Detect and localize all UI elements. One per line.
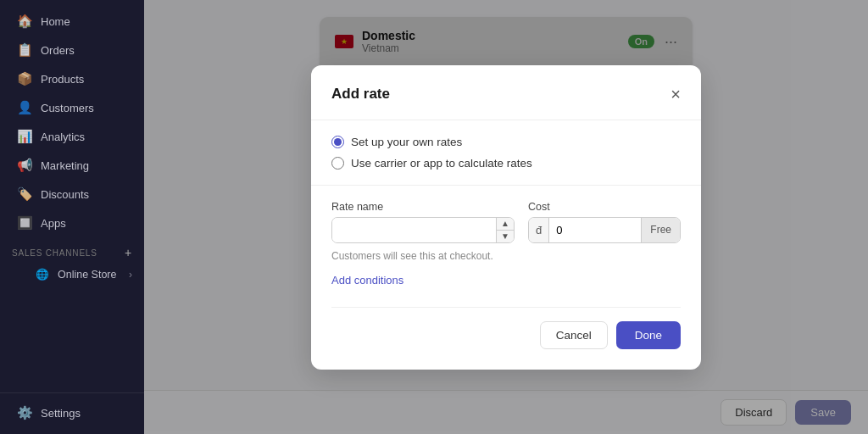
sidebar-item-settings[interactable]: ⚙️ Settings xyxy=(5,399,139,426)
radio-carrier-rates[interactable]: Use carrier or app to calculate rates xyxy=(331,157,681,170)
home-icon: 🏠 xyxy=(17,14,32,29)
radio-own-rates-input[interactable] xyxy=(331,136,344,148)
settings-icon: ⚙️ xyxy=(17,405,32,420)
form-row: Rate name ▲ ▼ Cost đ Free xyxy=(331,201,681,243)
sidebar-item-home[interactable]: 🏠 Home xyxy=(5,8,139,35)
modal-overlay: Add rate × Set up your own rates Use car… xyxy=(144,0,868,434)
modal-close-button[interactable]: × xyxy=(670,86,681,103)
cost-label: Cost xyxy=(528,201,681,213)
sidebar-item-label: Apps xyxy=(41,217,66,230)
radio-own-rates[interactable]: Set up your own rates xyxy=(331,136,681,148)
add-rate-modal: Add rate × Set up your own rates Use car… xyxy=(311,65,701,370)
spin-up-button[interactable]: ▲ xyxy=(497,218,514,231)
modal-header: Add rate × xyxy=(331,86,681,103)
sidebar: 🏠 Home 📋 Orders 📦 Products 👤 Customers 📊… xyxy=(0,0,144,434)
hint-text: Customers will see this at checkout. xyxy=(331,250,681,262)
sidebar-item-apps[interactable]: 🔲 Apps xyxy=(5,209,139,236)
cost-input[interactable] xyxy=(549,218,641,242)
sidebar-item-label: Orders xyxy=(41,44,75,57)
cost-prefix: đ xyxy=(529,218,549,242)
analytics-icon: 📊 xyxy=(17,129,32,144)
rate-name-input-wrap: ▲ ▼ xyxy=(331,217,515,243)
store-icon: 🌐 xyxy=(36,268,49,281)
orders-icon: 📋 xyxy=(17,42,32,58)
sidebar-item-customers[interactable]: 👤 Customers xyxy=(5,94,139,121)
cancel-button[interactable]: Cancel xyxy=(540,321,608,349)
cost-input-wrap: đ Free xyxy=(528,217,681,243)
cost-group: Cost đ Free xyxy=(528,201,681,243)
add-channel-icon[interactable]: + xyxy=(125,246,132,259)
rate-name-input[interactable] xyxy=(332,218,496,242)
rate-name-spinner: ▲ ▼ xyxy=(496,218,514,242)
sidebar-item-label: Customers xyxy=(41,102,94,114)
sidebar-item-orders[interactable]: 📋 Orders xyxy=(5,36,139,64)
modal-footer: Cancel Done xyxy=(331,307,681,349)
sidebar-item-products[interactable]: 📦 Products xyxy=(5,65,139,92)
sidebar-item-label: Products xyxy=(41,73,84,86)
products-icon: 📦 xyxy=(17,71,32,86)
sales-channels-section: SALES CHANNELS + xyxy=(0,237,144,263)
chevron-right-icon: › xyxy=(129,269,132,281)
main-content: ★ Domestic Vietnam On ··· Rate name Cond… xyxy=(144,0,868,434)
rate-name-group: Rate name ▲ ▼ xyxy=(331,201,515,243)
sidebar-item-online-store[interactable]: 🌐 Online Store › xyxy=(0,263,144,286)
modal-divider-mid xyxy=(311,185,701,186)
sidebar-item-label: Analytics xyxy=(41,131,85,143)
done-button[interactable]: Done xyxy=(616,321,681,349)
sidebar-item-label: Discounts xyxy=(41,188,89,201)
rate-type-radio-group: Set up your own rates Use carrier or app… xyxy=(331,136,681,170)
free-badge[interactable]: Free xyxy=(641,218,680,242)
rate-name-label: Rate name xyxy=(331,201,515,213)
apps-icon: 🔲 xyxy=(17,215,32,231)
sidebar-item-discounts[interactable]: 🏷️ Discounts xyxy=(5,181,139,208)
radio-carrier-rates-input[interactable] xyxy=(331,157,344,170)
radio-carrier-rates-label: Use carrier or app to calculate rates xyxy=(351,157,532,170)
sidebar-item-label: Home xyxy=(41,15,70,28)
add-conditions-link[interactable]: Add conditions xyxy=(331,274,403,287)
sidebar-item-label: Marketing xyxy=(41,159,89,172)
customers-icon: 👤 xyxy=(17,100,32,115)
marketing-icon: 📢 xyxy=(17,158,32,173)
discounts-icon: 🏷️ xyxy=(17,186,32,202)
spin-down-button[interactable]: ▼ xyxy=(497,231,514,242)
sidebar-item-marketing[interactable]: 📢 Marketing xyxy=(5,152,139,179)
settings-section: ⚙️ Settings xyxy=(0,392,144,427)
sidebar-item-analytics[interactable]: 📊 Analytics xyxy=(5,123,139,150)
modal-divider-top xyxy=(311,120,701,120)
radio-own-rates-label: Set up your own rates xyxy=(351,136,462,148)
modal-title: Add rate xyxy=(331,86,390,103)
